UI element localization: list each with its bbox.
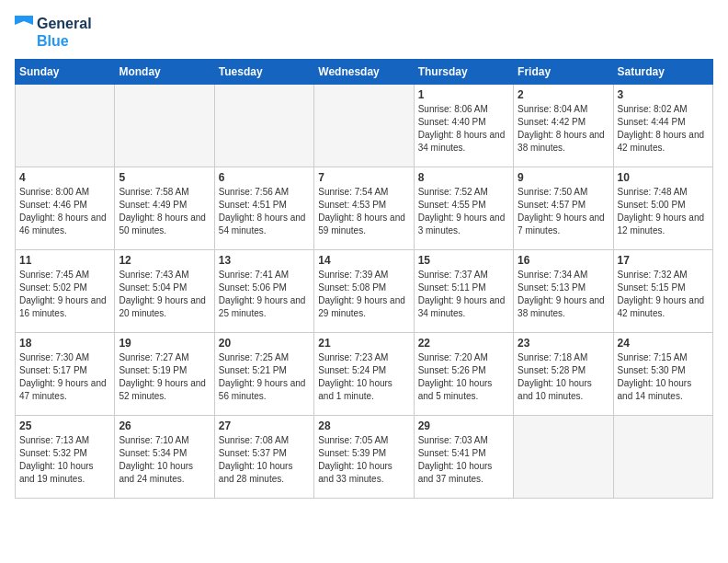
calendar-cell: 23Sunrise: 7:18 AM Sunset: 5:28 PM Dayli… [514, 333, 613, 416]
calendar-cell: 5Sunrise: 7:58 AM Sunset: 4:49 PM Daylig… [115, 167, 214, 250]
day-number: 15 [418, 254, 509, 267]
day-detail: Sunrise: 8:02 AM Sunset: 4:44 PM Dayligh… [618, 103, 709, 155]
calendar-cell: 19Sunrise: 7:27 AM Sunset: 5:19 PM Dayli… [115, 333, 214, 416]
day-number: 28 [318, 419, 409, 432]
calendar-cell: 20Sunrise: 7:25 AM Sunset: 5:21 PM Dayli… [214, 333, 313, 416]
calendar-cell [514, 416, 613, 499]
calendar-cell: 18Sunrise: 7:30 AM Sunset: 5:17 PM Dayli… [16, 333, 115, 416]
day-detail: Sunrise: 7:10 AM Sunset: 5:34 PM Dayligh… [119, 434, 210, 486]
calendar-cell [115, 85, 214, 167]
day-detail: Sunrise: 7:45 AM Sunset: 5:02 PM Dayligh… [19, 269, 110, 320]
weekday-header-sunday: Sunday [16, 60, 115, 85]
day-detail: Sunrise: 7:50 AM Sunset: 4:57 PM Dayligh… [518, 186, 609, 237]
calendar-cell: 26Sunrise: 7:10 AM Sunset: 5:34 PM Dayli… [115, 416, 214, 499]
day-detail: Sunrise: 7:25 AM Sunset: 5:21 PM Dayligh… [219, 351, 310, 403]
day-number: 27 [219, 419, 310, 432]
day-detail: Sunrise: 7:54 AM Sunset: 4:53 PM Dayligh… [318, 186, 409, 237]
day-number: 29 [418, 419, 509, 432]
calendar-cell: 25Sunrise: 7:13 AM Sunset: 5:32 PM Dayli… [16, 416, 115, 499]
day-number: 2 [518, 88, 609, 101]
day-number: 19 [119, 337, 210, 350]
day-number: 24 [618, 337, 709, 350]
logo-general-text: General [37, 15, 92, 32]
calendar-cell: 2Sunrise: 8:04 AM Sunset: 4:42 PM Daylig… [514, 85, 613, 167]
day-number: 11 [19, 254, 110, 267]
day-number: 14 [318, 254, 409, 267]
day-number: 26 [119, 419, 210, 432]
week-row-1: 1Sunrise: 8:06 AM Sunset: 4:40 PM Daylig… [16, 85, 713, 167]
day-number: 8 [418, 171, 509, 184]
day-number: 5 [119, 171, 210, 184]
weekday-header-wednesday: Wednesday [314, 60, 414, 85]
calendar-cell: 1Sunrise: 8:06 AM Sunset: 4:40 PM Daylig… [414, 85, 513, 167]
calendar-cell: 27Sunrise: 7:08 AM Sunset: 5:37 PM Dayli… [214, 416, 313, 499]
day-detail: Sunrise: 7:23 AM Sunset: 5:24 PM Dayligh… [318, 351, 409, 403]
calendar-cell: 4Sunrise: 8:00 AM Sunset: 4:46 PM Daylig… [16, 167, 115, 250]
day-number: 4 [19, 171, 110, 184]
day-number: 7 [318, 171, 409, 184]
calendar-cell: 10Sunrise: 7:48 AM Sunset: 5:00 PM Dayli… [613, 167, 712, 250]
calendar-cell: 24Sunrise: 7:15 AM Sunset: 5:30 PM Dayli… [613, 333, 712, 416]
day-number: 12 [119, 254, 210, 267]
page-header: GeneralBlue [15, 15, 713, 50]
day-detail: Sunrise: 7:39 AM Sunset: 5:08 PM Dayligh… [318, 269, 409, 320]
day-detail: Sunrise: 7:18 AM Sunset: 5:28 PM Dayligh… [518, 351, 609, 403]
calendar-cell: 28Sunrise: 7:05 AM Sunset: 5:39 PM Dayli… [314, 416, 414, 499]
day-detail: Sunrise: 7:15 AM Sunset: 5:30 PM Dayligh… [618, 351, 709, 403]
day-detail: Sunrise: 7:41 AM Sunset: 5:06 PM Dayligh… [219, 269, 310, 320]
calendar-cell: 13Sunrise: 7:41 AM Sunset: 5:06 PM Dayli… [214, 250, 313, 333]
calendar-cell [16, 85, 115, 167]
calendar-cell: 15Sunrise: 7:37 AM Sunset: 5:11 PM Dayli… [414, 250, 513, 333]
logo: GeneralBlue [15, 15, 92, 50]
logo-blue-text: Blue [37, 32, 92, 50]
calendar-cell [214, 85, 313, 167]
weekday-header-monday: Monday [115, 60, 214, 85]
calendar-cell: 16Sunrise: 7:34 AM Sunset: 5:13 PM Dayli… [514, 250, 613, 333]
calendar-cell: 9Sunrise: 7:50 AM Sunset: 4:57 PM Daylig… [514, 167, 613, 250]
day-number: 21 [318, 337, 409, 350]
day-detail: Sunrise: 8:00 AM Sunset: 4:46 PM Dayligh… [19, 186, 110, 237]
day-detail: Sunrise: 7:48 AM Sunset: 5:00 PM Dayligh… [618, 186, 709, 237]
calendar-cell: 3Sunrise: 8:02 AM Sunset: 4:44 PM Daylig… [613, 85, 712, 167]
day-detail: Sunrise: 7:05 AM Sunset: 5:39 PM Dayligh… [318, 434, 409, 486]
week-row-3: 11Sunrise: 7:45 AM Sunset: 5:02 PM Dayli… [16, 250, 713, 333]
day-number: 20 [219, 337, 310, 350]
calendar-cell [314, 85, 414, 167]
calendar-cell: 29Sunrise: 7:03 AM Sunset: 5:41 PM Dayli… [414, 416, 513, 499]
calendar-cell: 17Sunrise: 7:32 AM Sunset: 5:15 PM Dayli… [613, 250, 712, 333]
week-row-2: 4Sunrise: 8:00 AM Sunset: 4:46 PM Daylig… [16, 167, 713, 250]
day-detail: Sunrise: 7:58 AM Sunset: 4:49 PM Dayligh… [119, 186, 210, 237]
day-detail: Sunrise: 7:52 AM Sunset: 4:55 PM Dayligh… [418, 186, 509, 237]
day-number: 18 [19, 337, 110, 350]
day-detail: Sunrise: 7:56 AM Sunset: 4:51 PM Dayligh… [219, 186, 310, 237]
day-number: 22 [418, 337, 509, 350]
weekday-header-friday: Friday [514, 60, 613, 85]
day-number: 9 [518, 171, 609, 184]
calendar-cell [613, 416, 712, 499]
day-detail: Sunrise: 7:34 AM Sunset: 5:13 PM Dayligh… [518, 269, 609, 320]
calendar-cell: 6Sunrise: 7:56 AM Sunset: 4:51 PM Daylig… [214, 167, 313, 250]
day-detail: Sunrise: 7:08 AM Sunset: 5:37 PM Dayligh… [219, 434, 310, 486]
day-detail: Sunrise: 7:13 AM Sunset: 5:32 PM Dayligh… [19, 434, 110, 486]
calendar-cell: 8Sunrise: 7:52 AM Sunset: 4:55 PM Daylig… [414, 167, 513, 250]
day-detail: Sunrise: 7:32 AM Sunset: 5:15 PM Dayligh… [618, 269, 709, 320]
day-number: 3 [618, 88, 709, 101]
day-number: 13 [219, 254, 310, 267]
logo-icon [15, 16, 33, 49]
week-row-4: 18Sunrise: 7:30 AM Sunset: 5:17 PM Dayli… [16, 333, 713, 416]
calendar-cell: 12Sunrise: 7:43 AM Sunset: 5:04 PM Dayli… [115, 250, 214, 333]
day-number: 17 [618, 254, 709, 267]
day-number: 16 [518, 254, 609, 267]
calendar-cell: 11Sunrise: 7:45 AM Sunset: 5:02 PM Dayli… [16, 250, 115, 333]
day-number: 25 [19, 419, 110, 432]
day-detail: Sunrise: 8:04 AM Sunset: 4:42 PM Dayligh… [518, 103, 609, 155]
day-number: 1 [418, 88, 509, 101]
day-number: 6 [219, 171, 310, 184]
day-detail: Sunrise: 7:27 AM Sunset: 5:19 PM Dayligh… [119, 351, 210, 403]
weekday-header-thursday: Thursday [414, 60, 513, 85]
calendar-cell: 21Sunrise: 7:23 AM Sunset: 5:24 PM Dayli… [314, 333, 414, 416]
day-detail: Sunrise: 8:06 AM Sunset: 4:40 PM Dayligh… [418, 103, 509, 155]
calendar-table: SundayMondayTuesdayWednesdayThursdayFrid… [15, 59, 713, 499]
day-detail: Sunrise: 7:43 AM Sunset: 5:04 PM Dayligh… [119, 269, 210, 320]
weekday-header-saturday: Saturday [613, 60, 712, 85]
